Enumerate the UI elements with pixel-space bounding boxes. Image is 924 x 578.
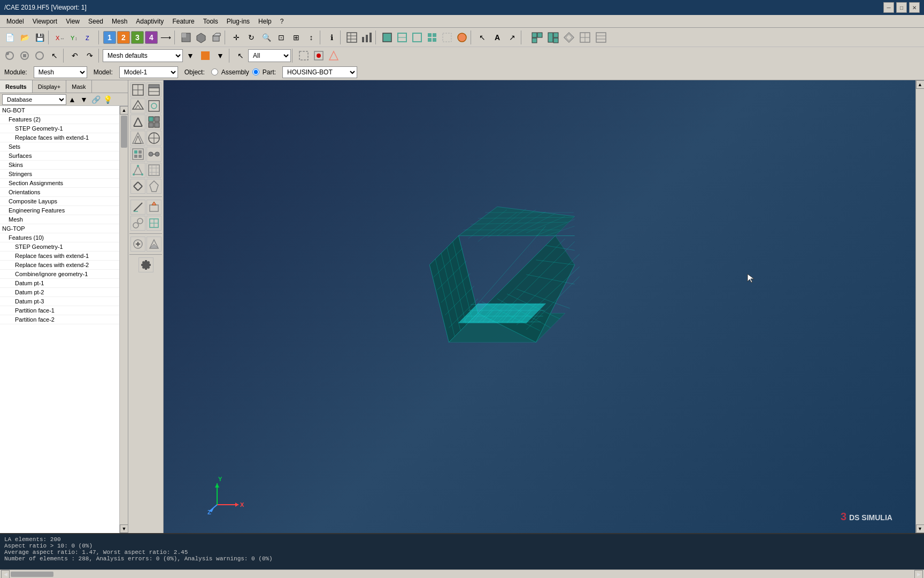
mesh-icon11[interactable] [130, 163, 145, 178]
mesh-color-btn[interactable] [198, 49, 212, 63]
pan-button[interactable]: ✛ [229, 31, 243, 44]
tab-mask[interactable]: Mask [66, 80, 91, 93]
model-select[interactable]: Model-1 [119, 66, 178, 78]
display-mode1[interactable] [380, 31, 394, 44]
scroll-right-btn[interactable]: ▶ [914, 570, 923, 579]
grid-view4[interactable] [578, 31, 592, 44]
display-mode4[interactable] [425, 31, 439, 44]
step-1-button[interactable]: 1 [103, 31, 116, 44]
grid-view5[interactable] [594, 31, 608, 44]
tree-item-replace1[interactable]: Replace faces with extend-1 [0, 133, 119, 142]
info-button[interactable]: ℹ [325, 31, 338, 44]
viewport[interactable]: X Y Z 3DS SIMULIA [164, 80, 915, 533]
mesh-icon20[interactable] [147, 237, 161, 252]
mesh-icon13[interactable] [130, 179, 145, 194]
tree-item-step-geo1b[interactable]: STEP Geometry-1 [0, 242, 119, 252]
table-button[interactable] [345, 31, 359, 44]
mesh-icon4[interactable] [147, 98, 161, 113]
part-radio[interactable] [252, 69, 259, 75]
minimize-button[interactable]: ─ [883, 2, 894, 13]
redo-button[interactable]: ↷ [83, 49, 97, 63]
tree-item-section-assignments[interactable]: Section Assignments [0, 179, 119, 188]
select-x-button[interactable]: X↔ [53, 31, 67, 44]
circle-tool3[interactable] [33, 49, 47, 63]
mesh-icon12[interactable] [147, 163, 161, 178]
fit-view-button[interactable]: ⊞ [289, 31, 303, 44]
step-2-button[interactable]: 2 [117, 31, 130, 44]
scroll-left-btn[interactable]: ◀ [1, 570, 10, 579]
new-button[interactable]: 📄 [3, 31, 17, 44]
tree-item-engineering-features[interactable]: Engineering Features [0, 206, 119, 215]
scroll-up-btn[interactable]: ▲ [120, 106, 128, 115]
undo-button[interactable]: ↶ [68, 49, 82, 63]
tree-item-sets[interactable]: Sets [0, 142, 119, 151]
mesh-icon18[interactable] [147, 216, 161, 231]
tree-item-stringers[interactable]: Stringers [0, 170, 119, 179]
module-select[interactable]: Mesh [34, 66, 87, 78]
menu-seed[interactable]: Seed [84, 17, 107, 26]
grid-view1[interactable] [530, 31, 544, 44]
mesh-icon3[interactable] [130, 98, 145, 113]
prev-view-button[interactable]: ↕ [304, 31, 318, 44]
tree-item-surfaces[interactable]: Surfaces [0, 151, 119, 161]
menu-feature[interactable]: Feature [168, 17, 198, 26]
h-scroll-track[interactable] [10, 571, 914, 577]
mesh-icon7[interactable] [130, 131, 145, 146]
scroll-down-btn[interactable]: ▼ [120, 524, 128, 533]
tree-item-datum3[interactable]: Datum pt-3 [0, 297, 119, 306]
settings-icon[interactable] [138, 257, 153, 272]
zoom-in-button[interactable]: 🔍 [259, 31, 273, 44]
tree-item-orientations[interactable]: Orientations [0, 188, 119, 197]
tree-item-datum1[interactable]: Datum pt-1 [0, 279, 119, 288]
menu-tools[interactable]: Tools [199, 17, 222, 26]
select-z-button[interactable]: Z [83, 31, 97, 44]
tab-results[interactable]: Results [0, 80, 33, 93]
scroll-track[interactable] [120, 115, 128, 524]
iso-view-button[interactable] [194, 31, 208, 44]
zoom-box-button[interactable]: ⊡ [274, 31, 288, 44]
sidebar-down-button[interactable]: ▼ [79, 94, 89, 105]
text-button[interactable]: A [490, 31, 504, 44]
tree-item-ng-top[interactable]: NG-TOP [0, 224, 119, 233]
horizontal-scrollbar[interactable]: ◀ ▶ [0, 569, 924, 578]
display-mode5[interactable] [440, 31, 454, 44]
menu-model[interactable]: Model [2, 17, 28, 26]
tree-item-partition1[interactable]: Partition face-1 [0, 306, 119, 315]
sidebar-bulb-button[interactable]: 💡 [102, 94, 113, 105]
cursor-select[interactable]: ↖ [234, 49, 248, 63]
tree-item-partition2[interactable]: Partition face-2 [0, 315, 119, 324]
tree-item-features10[interactable]: Features (10) [0, 233, 119, 242]
menu-help[interactable]: Help [254, 17, 276, 26]
chart-button[interactable] [360, 31, 374, 44]
mesh-defaults-select[interactable]: Mesh defaults [103, 49, 183, 62]
mesh-icon17[interactable] [130, 216, 145, 231]
mesh-defaults-btn[interactable]: ▼ [183, 49, 197, 63]
close-button[interactable]: ✕ [909, 2, 920, 13]
all-select[interactable]: All [248, 49, 291, 62]
tree-item-ng-bot[interactable]: NG-BOT [0, 106, 119, 115]
mesh-icon1[interactable] [130, 82, 145, 97]
rotate-button[interactable]: ↻ [244, 31, 258, 44]
tree-item-datum2[interactable]: Datum pt-2 [0, 288, 119, 297]
mesh-icon9[interactable] [130, 147, 145, 162]
cursor-button[interactable]: ↖ [475, 31, 489, 44]
mesh-icon5[interactable] [130, 115, 145, 130]
tree-item-mesh[interactable]: Mesh [0, 215, 119, 224]
menu-viewport[interactable]: Viewport [28, 17, 61, 26]
mesh-icon6[interactable] [147, 115, 161, 130]
menu-plugins[interactable]: Plug-ins [222, 17, 254, 26]
tree-item-composite-layups[interactable]: Composite Layups [0, 197, 119, 206]
tree-item-features2[interactable]: Features (2) [0, 115, 119, 124]
display-mode3[interactable] [410, 31, 424, 44]
tree-item-step-geo1[interactable]: STEP Geometry-1 [0, 124, 119, 133]
arrow-tool[interactable]: ↖ [48, 49, 61, 63]
step-4-button[interactable]: 4 [145, 31, 158, 44]
mesh-icon2[interactable] [147, 82, 161, 97]
open-button[interactable]: 📂 [18, 31, 32, 44]
mesh-icon8[interactable] [147, 131, 161, 146]
grid-view2[interactable] [546, 31, 560, 44]
pick-tool3[interactable] [327, 49, 341, 63]
tree-item-replace2[interactable]: Replace faces with extend-2 [0, 261, 119, 270]
maximize-button[interactable]: □ [896, 2, 907, 13]
assembly-radio[interactable] [211, 69, 218, 75]
